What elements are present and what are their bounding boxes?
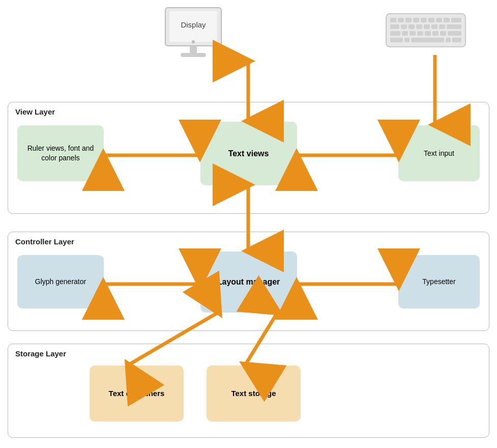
svg-rect-2 (190, 46, 197, 53)
diagram: Display (0, 0, 497, 448)
svg-rect-23 (390, 31, 400, 36)
glyph-generator-label: Glyph generator (35, 277, 86, 287)
text-storage-label: Text storage (231, 388, 276, 399)
keyboard-icon (385, 13, 466, 55)
layout-manager-box: Layout manager (200, 251, 297, 313)
layout-manager-label: Layout manager (217, 276, 280, 288)
svg-rect-29 (440, 31, 446, 36)
svg-rect-22 (447, 24, 461, 29)
monitor-icon: Display (160, 5, 226, 59)
svg-rect-6 (390, 18, 396, 22)
controller-layer: Controller Layer Glyph generator Layout … (8, 232, 489, 331)
glyph-generator-box: Glyph generator (17, 255, 104, 309)
svg-rect-28 (432, 31, 438, 36)
display-label: Display (160, 20, 226, 29)
svg-rect-14 (451, 18, 461, 22)
svg-rect-19 (424, 24, 430, 29)
svg-rect-7 (398, 18, 404, 22)
svg-rect-31 (390, 38, 403, 42)
text-views-box: Text views (200, 122, 297, 185)
svg-rect-12 (436, 18, 442, 22)
svg-rect-30 (448, 31, 461, 36)
text-containers-box: Text containers (90, 366, 184, 422)
svg-point-4 (192, 40, 195, 43)
view-layer-title: View Layer (15, 107, 55, 116)
svg-rect-10 (421, 18, 427, 22)
svg-rect-8 (405, 18, 412, 22)
svg-rect-15 (390, 24, 399, 29)
storage-layer: Storage Layer Text containers Text stora… (8, 344, 489, 438)
text-input-box: Text input (398, 125, 480, 181)
text-views-label: Text views (228, 148, 269, 159)
svg-rect-25 (410, 31, 416, 36)
storage-layer-title: Storage Layer (15, 349, 66, 358)
svg-rect-13 (444, 18, 450, 22)
svg-rect-16 (401, 24, 407, 29)
typesetter-box: Typesetter (398, 255, 480, 309)
svg-rect-20 (431, 24, 437, 29)
svg-rect-24 (402, 31, 408, 36)
svg-rect-27 (425, 31, 431, 36)
controller-layer-title: Controller Layer (15, 237, 74, 246)
svg-rect-18 (416, 24, 422, 29)
svg-rect-34 (446, 38, 451, 42)
svg-rect-3 (181, 53, 206, 57)
text-containers-label: Text containers (109, 388, 165, 399)
svg-rect-33 (411, 38, 444, 42)
text-input-label: Text input (424, 149, 454, 158)
ruler-views-box: Ruler views, font and color panels (17, 125, 104, 181)
svg-rect-26 (417, 31, 423, 36)
typesetter-label: Typesetter (422, 277, 455, 287)
svg-rect-32 (404, 38, 410, 42)
text-storage-box: Text storage (207, 366, 301, 422)
svg-rect-11 (428, 18, 434, 22)
svg-rect-17 (408, 24, 415, 29)
svg-rect-9 (413, 18, 419, 22)
svg-rect-35 (452, 38, 461, 42)
view-layer: View Layer Ruler views, font and color p… (8, 102, 489, 214)
svg-rect-21 (439, 24, 445, 29)
ruler-views-label: Ruler views, font and color panels (22, 144, 99, 163)
